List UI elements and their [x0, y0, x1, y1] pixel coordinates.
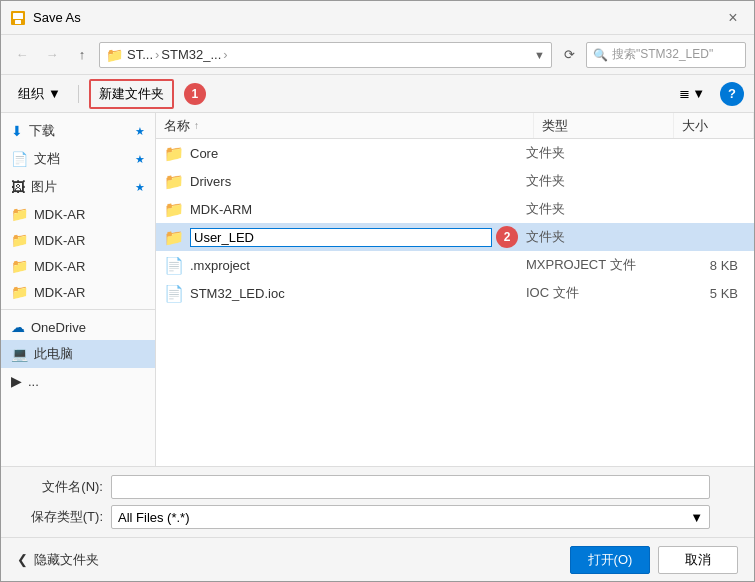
toolbar: 组织 ▼ 新建文件夹 1 ≣ ▼ ? [1, 75, 754, 113]
new-folder-label: 新建文件夹 [99, 85, 164, 103]
new-folder-button[interactable]: 新建文件夹 [89, 79, 174, 109]
name-column-header[interactable]: 名称 ↑ [156, 113, 534, 138]
file-name-mdk-arm: MDK-ARM [190, 202, 526, 217]
name-col-label: 名称 [164, 117, 190, 135]
pin-icon-docs: ★ [135, 153, 145, 166]
filetype-label: 保存类型(T): [13, 508, 103, 526]
download-icon: ⬇ [11, 123, 23, 139]
address-bar[interactable]: 📁 ST... › STM32_... › ▼ [99, 42, 552, 68]
up-button[interactable]: ↑ [69, 42, 95, 68]
breadcrumb-part1: ST... [127, 47, 153, 62]
bottom-area: 文件名(N): 保存类型(T): All Files (*.*) ▼ [1, 466, 754, 537]
view-chevron-icon: ▼ [692, 86, 705, 101]
breadcrumb: ST... › STM32_... › [127, 47, 228, 62]
refresh-button[interactable]: ⟳ [556, 42, 582, 68]
sidebar-item-onedrive[interactable]: ☁ OneDrive [1, 314, 155, 340]
filename-label: 文件名(N): [13, 478, 103, 496]
folder-icon-mdk1: 📁 [11, 206, 28, 222]
sort-arrow-icon: ↑ [194, 120, 199, 131]
sidebar-item-more-label: ... [28, 374, 39, 389]
save-as-dialog: Save As × ← → ↑ 📁 ST... › STM32_... › ▼ … [0, 0, 755, 582]
sidebar-item-mdk2-label: MDK-AR [34, 233, 85, 248]
toolbar-separator [78, 85, 79, 103]
close-button[interactable]: × [720, 5, 746, 31]
file-size-stm32-ioc: 5 KB [666, 286, 746, 301]
folder-icon-mdk4: 📁 [11, 284, 28, 300]
sidebar-item-mdk4[interactable]: 📁 MDK-AR [1, 279, 155, 305]
open-button[interactable]: 打开(O) [570, 546, 650, 574]
filetype-chevron-icon: ▼ [690, 510, 703, 525]
organize-button[interactable]: 组织 ▼ [11, 80, 68, 108]
folder-icon-mdk2: 📁 [11, 232, 28, 248]
file-row-stm32-ioc[interactable]: 📄 STM32_LED.ioc IOC 文件 5 KB [156, 279, 754, 307]
file-name-input-user-led[interactable] [190, 228, 492, 247]
back-button[interactable]: ← [9, 42, 35, 68]
sidebar-item-mdk2[interactable]: 📁 MDK-AR [1, 227, 155, 253]
file-type-mxproject: MXPROJECT 文件 [526, 256, 666, 274]
search-icon: 🔍 [593, 48, 608, 62]
breadcrumb-sep1: › [155, 47, 159, 62]
footer-buttons: 打开(O) 取消 [570, 546, 738, 574]
folder-icon-drivers: 📁 [164, 172, 184, 191]
type-column-header[interactable]: 类型 [534, 113, 674, 138]
file-type-mdk-arm: 文件夹 [526, 200, 666, 218]
file-icon-stm32-ioc: 📄 [164, 284, 184, 303]
sidebar-item-docs[interactable]: 📄 文档 ★ [1, 145, 155, 173]
sidebar-item-pictures-label: 图片 [31, 178, 57, 196]
svg-rect-2 [15, 20, 21, 24]
file-row-mdk-arm[interactable]: 📁 MDK-ARM 文件夹 [156, 195, 754, 223]
search-bar[interactable]: 🔍 搜索"STM32_LED" [586, 42, 746, 68]
file-name-stm32-ioc: STM32_LED.ioc [190, 286, 526, 301]
file-row-mxproject[interactable]: 📄 .mxproject MXPROJECT 文件 8 KB [156, 251, 754, 279]
hide-folders-toggle[interactable]: ❮ 隐藏文件夹 [17, 551, 99, 569]
file-area: 名称 ↑ 类型 大小 📁 Core 文件夹 [156, 113, 754, 466]
file-row-core[interactable]: 📁 Core 文件夹 [156, 139, 754, 167]
sidebar-item-more[interactable]: ▶ ... [1, 368, 155, 394]
filetype-select[interactable]: All Files (*.*) ▼ [111, 505, 710, 529]
sidebar-item-download[interactable]: ⬇ 下载 ★ [1, 117, 155, 145]
breadcrumb-part2: STM32_... [161, 47, 221, 62]
forward-button[interactable]: → [39, 42, 65, 68]
file-type-stm32-ioc: IOC 文件 [526, 284, 666, 302]
file-icon-mxproject: 📄 [164, 256, 184, 275]
file-row-drivers[interactable]: 📁 Drivers 文件夹 [156, 167, 754, 195]
sidebar-item-pictures[interactable]: 🖼 图片 ★ [1, 173, 155, 201]
file-row-user-led[interactable]: 📁 2 文件夹 [156, 223, 754, 251]
main-area: ⬇ 下载 ★ 📄 文档 ★ 🖼 图片 ★ 📁 MDK-AR 📁 MDK-AR [1, 113, 754, 466]
view-icon: ≣ [679, 86, 690, 101]
sidebar-item-mdk1[interactable]: 📁 MDK-AR [1, 201, 155, 227]
sidebar-separator [1, 309, 155, 310]
folder-icon-core: 📁 [164, 144, 184, 163]
dialog-title: Save As [33, 10, 714, 25]
sidebar-item-download-label: 下载 [29, 122, 55, 140]
sidebar-item-thispc[interactable]: 💻 此电脑 [1, 340, 155, 368]
filename-input[interactable] [111, 475, 710, 499]
pictures-icon: 🖼 [11, 179, 25, 195]
pin-icon-download: ★ [135, 125, 145, 138]
file-type-core: 文件夹 [526, 144, 666, 162]
docs-icon: 📄 [11, 151, 28, 167]
organize-chevron-icon: ▼ [48, 86, 61, 101]
sidebar: ⬇ 下载 ★ 📄 文档 ★ 🖼 图片 ★ 📁 MDK-AR 📁 MDK-AR [1, 113, 156, 466]
type-col-label: 类型 [542, 117, 568, 135]
sidebar-item-mdk1-label: MDK-AR [34, 207, 85, 222]
file-name-mxproject: .mxproject [190, 258, 526, 273]
file-type-drivers: 文件夹 [526, 172, 666, 190]
sidebar-item-mdk3[interactable]: 📁 MDK-AR [1, 253, 155, 279]
annotation-2-badge: 2 [496, 226, 518, 248]
cancel-button[interactable]: 取消 [658, 546, 738, 574]
annotation-1-badge: 1 [184, 83, 206, 105]
nav-bar: ← → ↑ 📁 ST... › STM32_... › ▼ ⟳ 🔍 搜索"STM… [1, 35, 754, 75]
filetype-value: All Files (*.*) [118, 510, 190, 525]
thispc-icon: 💻 [11, 346, 28, 362]
filetype-row: 保存类型(T): All Files (*.*) ▼ [13, 505, 742, 529]
file-type-user-led: 文件夹 [526, 228, 666, 246]
file-list: 📁 Core 文件夹 📁 Drivers 文件夹 📁 MDK-ARM 文件夹 [156, 139, 754, 466]
view-button[interactable]: ≣ ▼ [672, 81, 712, 106]
filename-row: 文件名(N): [13, 475, 742, 499]
sidebar-item-thispc-label: 此电脑 [34, 345, 73, 363]
search-placeholder-text: 搜索"STM32_LED" [612, 46, 713, 63]
size-column-header[interactable]: 大小 [674, 113, 754, 138]
sidebar-item-onedrive-label: OneDrive [31, 320, 86, 335]
help-button[interactable]: ? [720, 82, 744, 106]
